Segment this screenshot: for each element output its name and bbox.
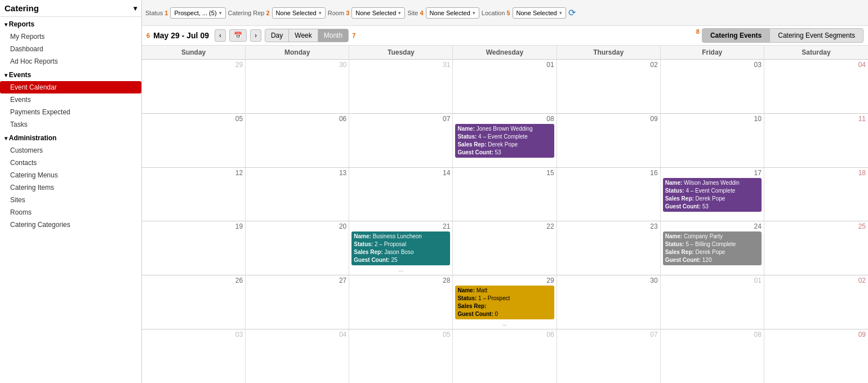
tab-btn-catering-events[interactable]: Catering Events (702, 28, 770, 43)
calendar-cell-5-5[interactable]: 08 (661, 329, 764, 383)
day-number-1-4: 09 (559, 115, 658, 124)
calendar-cell-1-2[interactable]: 07 (349, 114, 453, 167)
calendar-cell-4-0[interactable]: 26 (142, 275, 246, 329)
day-number-5-5: 08 (663, 331, 762, 340)
calendar-cell-1-1[interactable]: 06 (246, 114, 349, 167)
calendar-cell-2-2[interactable]: 14 (349, 168, 453, 221)
day-number-1-1: 06 (248, 115, 346, 124)
calendar-cell-1-3[interactable]: 08Name: Jones Brown WeddingStatus: 4 – E… (453, 114, 557, 167)
room-dropdown[interactable]: None Selected ▾ (351, 7, 405, 19)
sidebar-item-my-reports[interactable]: My Reports (0, 30, 141, 43)
location-dropdown[interactable]: None Selected ▾ (513, 7, 566, 19)
calendar-cell-3-0[interactable]: 19 (142, 221, 246, 275)
calendar-cell-2-4[interactable]: 16 (557, 168, 661, 221)
sidebar-item-customers[interactable]: Customers (0, 144, 141, 157)
sidebar-item-rooms[interactable]: Rooms (0, 206, 141, 219)
calendar-cell-2-6[interactable]: 18 (764, 168, 868, 221)
calendar-cell-5-1[interactable]: 04 (246, 329, 349, 383)
calendar-cell-0-3[interactable]: 01 (453, 60, 557, 113)
prev-button[interactable]: ‹ (215, 29, 226, 42)
main-content: Status 1 Prospect, ... (5) ▾ Catering Re… (142, 0, 868, 383)
calendar-cell-5-0[interactable]: 03 (142, 329, 246, 383)
event-e2[interactable]: Name: Wilson James WeddinStatus: 4 – Eve… (663, 178, 762, 212)
site-dropdown[interactable]: None Selected ▾ (426, 7, 479, 19)
calendar-cell-3-4[interactable]: 23 (557, 221, 661, 275)
view-btn-day[interactable]: Day (265, 29, 289, 42)
day-number-1-6: 11 (767, 115, 866, 124)
day-number-3-0: 19 (144, 222, 243, 231)
sidebar-item-contacts[interactable]: Contacts (0, 157, 141, 169)
calendar-toolbar: 6 May 29 - Jul 09 ‹ 📅 › DayWeekMonth 7 8… (142, 26, 868, 46)
view-btn-month[interactable]: Month (318, 29, 349, 42)
calendar-cell-5-3[interactable]: 06 (453, 329, 557, 383)
day-number-4-4: 30 (559, 277, 658, 286)
view-btn-week[interactable]: Week (288, 29, 318, 42)
day-number-1-5: 10 (663, 115, 762, 124)
day-number-4-2: 28 (351, 277, 450, 286)
sidebar-item-event-calendar[interactable]: Event Calendar (0, 81, 141, 93)
calendar-cell-0-1[interactable]: 30 (246, 60, 349, 113)
sidebar-section-administration[interactable]: Administration (0, 131, 141, 144)
tab-btn-catering-event-segments[interactable]: Catering Event Segments (769, 28, 863, 43)
calendar-cell-1-6[interactable]: 11 (764, 114, 868, 167)
calendar-picker-button[interactable]: 📅 (229, 29, 247, 42)
day-number-0-0: 29 (144, 61, 243, 70)
calendar-cell-0-0[interactable]: 29 (142, 60, 246, 113)
sidebar-item-events[interactable]: Events (0, 93, 141, 106)
sidebar-item-catering-categories[interactable]: Catering Categories (0, 219, 141, 231)
rep-dropdown[interactable]: None Selected ▾ (272, 7, 326, 19)
calendar-cell-1-0[interactable]: 05 (142, 114, 246, 167)
calendar-cell-2-1[interactable]: 13 (246, 168, 349, 221)
status-dropdown[interactable]: Prospect, ... (5) ▾ (170, 7, 225, 19)
sidebar-item-dashboard[interactable]: Dashboard (0, 43, 141, 55)
calendar-cell-2-3[interactable]: 15 (453, 168, 557, 221)
filter-group-location: Location 5 None Selected ▾ (482, 7, 566, 19)
calendar-cell-5-4[interactable]: 07 (557, 329, 661, 383)
sidebar-item-tasks[interactable]: Tasks (0, 118, 141, 131)
calendar-cell-3-6[interactable]: 25 (764, 221, 868, 275)
calendar-cell-4-3[interactable]: 29Name: MattStatus: 1 – ProspectSales Re… (453, 275, 557, 329)
event-e3[interactable]: Name: Business LuncheonStatus: 2 – Propo… (351, 231, 450, 265)
sidebar-item-catering-menus[interactable]: Catering Menus (0, 169, 141, 181)
calendar-cell-1-5[interactable]: 10 (661, 114, 764, 167)
sidebar-item-ad-hoc-reports[interactable]: Ad Hoc Reports (0, 55, 141, 68)
calendar-cell-0-2[interactable]: 31 (349, 60, 453, 113)
sidebar-item-sites[interactable]: Sites (0, 194, 141, 206)
event-e5[interactable]: Name: MattStatus: 1 – ProspectSales Rep:… (455, 286, 554, 319)
calendar-cell-3-1[interactable]: 20 (246, 221, 349, 275)
sidebar-item-catering-items[interactable]: Catering Items (0, 181, 141, 194)
event-more-e5[interactable]: ... (455, 320, 554, 327)
sidebar-section-reports[interactable]: Reports (0, 17, 141, 30)
day-number-2-6: 18 (767, 169, 866, 178)
calendar-cell-0-5[interactable]: 03 (661, 60, 764, 113)
calendar-cell-1-4[interactable]: 09 (557, 114, 661, 167)
event-e1[interactable]: Name: Jones Brown WeddingStatus: 4 – Eve… (455, 124, 554, 158)
sidebar-dropdown-arrow[interactable]: ▾ (133, 5, 137, 12)
event-e4[interactable]: Name: Company PartyStatus: 5 – Billing C… (663, 231, 762, 265)
day-number-2-2: 14 (351, 169, 450, 178)
app-header[interactable]: Catering ▾ (0, 0, 141, 17)
calendar-cell-4-4[interactable]: 30 (557, 275, 661, 329)
calendar-cell-3-3[interactable]: 22 (453, 221, 557, 275)
calendar-cell-4-6[interactable]: 02 (764, 275, 868, 329)
calendar-cell-4-1[interactable]: 27 (246, 275, 349, 329)
calendar-cell-0-6[interactable]: 04 (764, 60, 868, 113)
sidebar-section-events[interactable]: Events (0, 68, 141, 81)
calendar-header: SundayMondayTuesdayWednesdayThursdayFrid… (142, 46, 868, 60)
calendar-cell-5-6[interactable]: 09 (764, 329, 868, 383)
next-button[interactable]: › (250, 29, 261, 42)
calendar-cell-4-2[interactable]: 28 (349, 275, 453, 329)
event-more-e3[interactable]: ... (351, 266, 450, 273)
calendar-cell-0-4[interactable]: 02 (557, 60, 661, 113)
calendar-cell-5-2[interactable]: 05 (349, 329, 453, 383)
site-value: None Selected (430, 10, 470, 16)
calendar-cell-3-2[interactable]: 21Name: Business LuncheonStatus: 2 – Pro… (349, 221, 453, 275)
calendar-cell-4-5[interactable]: 01 (661, 275, 764, 329)
refresh-button[interactable]: ⟳ (568, 7, 576, 18)
calendar-body: 2930310102030405060708Name: Jones Brown … (142, 60, 868, 383)
calendar-cell-3-5[interactable]: 24Name: Company PartyStatus: 5 – Billing… (661, 221, 764, 275)
sidebar-item-payments-expected[interactable]: Payments Expected (0, 106, 141, 118)
calendar-cell-2-0[interactable]: 12 (142, 168, 246, 221)
day-number-3-1: 20 (248, 222, 346, 231)
calendar-cell-2-5[interactable]: 17Name: Wilson James WeddinStatus: 4 – E… (661, 168, 764, 221)
